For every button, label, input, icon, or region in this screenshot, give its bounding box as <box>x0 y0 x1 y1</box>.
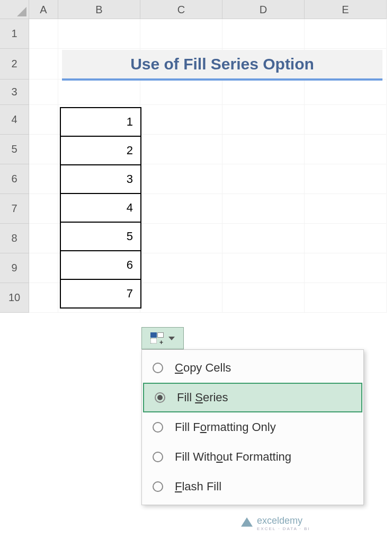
cell[interactable] <box>29 194 58 224</box>
cell[interactable] <box>222 19 305 49</box>
cell[interactable] <box>29 164 58 194</box>
col-header-E[interactable]: E <box>305 0 387 19</box>
cell[interactable] <box>305 194 387 224</box>
autofill-options-button[interactable]: + <box>141 327 184 349</box>
select-all-corner[interactable] <box>0 0 29 19</box>
data-column-B: 1 2 3 4 5 6 7 <box>60 107 141 309</box>
cell[interactable] <box>140 194 222 224</box>
cell[interactable] <box>29 253 58 283</box>
cell[interactable] <box>222 253 305 283</box>
cell[interactable] <box>305 164 387 194</box>
menu-label: Copy Cells <box>175 361 231 375</box>
page-title: Use of Fill Series Option <box>62 50 382 81</box>
cell-B6[interactable]: 3 <box>60 164 141 194</box>
cell[interactable] <box>305 80 387 105</box>
row-header-8[interactable]: 8 <box>0 224 29 253</box>
row-header-4[interactable]: 4 <box>0 105 29 135</box>
cell[interactable] <box>222 224 305 253</box>
cell[interactable] <box>222 164 305 194</box>
cell[interactable] <box>140 80 222 105</box>
radio-icon <box>153 481 163 492</box>
cell[interactable] <box>305 224 387 253</box>
cell[interactable] <box>222 135 305 164</box>
autofill-icon: + <box>150 332 165 344</box>
cell[interactable] <box>140 164 222 194</box>
menu-label: Fill Without Formatting <box>175 450 291 464</box>
radio-icon <box>153 363 163 373</box>
row-header-3[interactable]: 3 <box>0 80 29 105</box>
cell[interactable] <box>29 105 58 135</box>
menu-label: Fill Formatting Only <box>175 420 276 434</box>
cell[interactable] <box>29 19 58 49</box>
cell[interactable] <box>29 224 58 253</box>
cell[interactable] <box>222 80 305 105</box>
cell-B4[interactable]: 1 <box>60 107 141 137</box>
cell[interactable] <box>305 19 387 49</box>
spreadsheet-grid: A B C D E 1 2 3 4 5 6 7 8 9 10 <box>0 0 392 313</box>
cell[interactable] <box>29 283 58 313</box>
cell-B8[interactable]: 5 <box>60 222 141 251</box>
cell[interactable] <box>140 224 222 253</box>
menu-copy-cells[interactable]: Copy Cells <box>142 353 363 383</box>
brand-text: exceldemy EXCEL · DATA · BI <box>257 515 310 531</box>
cell[interactable] <box>140 135 222 164</box>
cell-B5[interactable]: 2 <box>60 136 141 165</box>
cell-B10[interactable]: 7 <box>60 279 141 309</box>
radio-icon <box>153 452 163 462</box>
watermark: exceldemy EXCEL · DATA · BI <box>241 515 310 531</box>
cell-B7[interactable]: 4 <box>60 193 141 223</box>
cell-B9[interactable]: 6 <box>60 250 141 280</box>
cell[interactable] <box>222 283 305 313</box>
col-header-A[interactable]: A <box>29 0 58 19</box>
cell[interactable] <box>305 135 387 164</box>
cell[interactable] <box>305 105 387 135</box>
cell[interactable] <box>29 135 58 164</box>
row-header-6[interactable]: 6 <box>0 164 29 194</box>
cell[interactable] <box>305 283 387 313</box>
cell[interactable] <box>140 19 222 49</box>
row-header-7[interactable]: 7 <box>0 194 29 224</box>
col-header-D[interactable]: D <box>222 0 305 19</box>
row-header-5[interactable]: 5 <box>0 135 29 164</box>
cell[interactable] <box>29 49 58 80</box>
menu-fill-formatting-only[interactable]: Fill Formatting Only <box>142 412 363 442</box>
menu-flash-fill[interactable]: Flash Fill <box>142 472 363 501</box>
menu-label: Fill Series <box>177 391 228 404</box>
radio-selected-icon <box>155 392 165 403</box>
cell[interactable] <box>58 80 140 105</box>
cell[interactable] <box>305 253 387 283</box>
autofill-options-menu: Copy Cells Fill Series Fill Formatting O… <box>141 349 364 505</box>
menu-fill-without-formatting[interactable]: Fill Without Formatting <box>142 442 363 472</box>
menu-fill-series[interactable]: Fill Series <box>143 383 362 412</box>
brand-logo-icon <box>241 517 253 529</box>
row-header-1[interactable]: 1 <box>0 19 29 49</box>
row-header-9[interactable]: 9 <box>0 253 29 283</box>
cell[interactable] <box>29 80 58 105</box>
col-header-C[interactable]: C <box>140 0 222 19</box>
cell[interactable] <box>58 19 140 49</box>
menu-label: Flash Fill <box>175 480 221 494</box>
cell[interactable] <box>140 283 222 313</box>
row-header-2[interactable]: 2 <box>0 49 29 80</box>
cell[interactable] <box>140 105 222 135</box>
row-header-10[interactable]: 10 <box>0 283 29 313</box>
cell[interactable] <box>222 105 305 135</box>
cell[interactable] <box>140 253 222 283</box>
chevron-down-icon <box>168 337 175 340</box>
radio-icon <box>153 422 163 433</box>
cell[interactable] <box>222 194 305 224</box>
col-header-B[interactable]: B <box>58 0 140 19</box>
